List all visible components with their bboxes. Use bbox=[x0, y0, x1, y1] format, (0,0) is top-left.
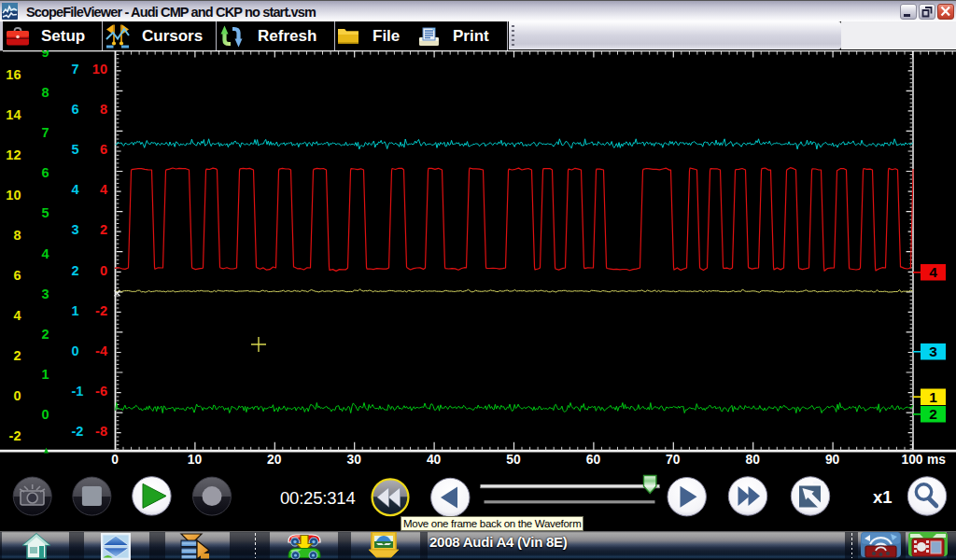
svg-text:5: 5 bbox=[72, 142, 79, 157]
svg-text:3: 3 bbox=[42, 287, 49, 301]
svg-text:0: 0 bbox=[13, 388, 21, 403]
svg-text:4: 4 bbox=[100, 182, 107, 197]
svg-text:4: 4 bbox=[72, 182, 79, 197]
svg-text:0: 0 bbox=[42, 407, 49, 422]
svg-text:-6: -6 bbox=[95, 384, 107, 399]
svg-text:-2: -2 bbox=[9, 428, 21, 443]
svg-text:2: 2 bbox=[929, 406, 937, 422]
svg-text:7: 7 bbox=[42, 125, 49, 140]
svg-text:2: 2 bbox=[72, 263, 79, 278]
svg-text:0: 0 bbox=[100, 263, 107, 278]
svg-text:6: 6 bbox=[42, 165, 49, 180]
svg-text:10: 10 bbox=[6, 188, 21, 203]
svg-text:14: 14 bbox=[6, 107, 21, 122]
svg-text:7: 7 bbox=[72, 62, 79, 77]
svg-text:5: 5 bbox=[42, 205, 49, 220]
svg-text:3: 3 bbox=[929, 343, 937, 359]
svg-text:-2: -2 bbox=[72, 424, 84, 439]
svg-text:4: 4 bbox=[929, 264, 937, 280]
svg-text:0: 0 bbox=[72, 343, 79, 358]
svg-text:-4: -4 bbox=[95, 343, 107, 358]
svg-text:2: 2 bbox=[100, 222, 107, 237]
svg-text:16: 16 bbox=[6, 67, 21, 82]
svg-text:6: 6 bbox=[100, 142, 107, 157]
svg-text:4: 4 bbox=[13, 308, 21, 323]
svg-text:1: 1 bbox=[72, 303, 79, 318]
svg-text:12: 12 bbox=[6, 147, 21, 162]
svg-text:-8: -8 bbox=[95, 424, 107, 439]
svg-text:4: 4 bbox=[42, 246, 49, 261]
svg-text:8: 8 bbox=[13, 228, 21, 243]
svg-text:6: 6 bbox=[72, 102, 79, 117]
svg-text:2: 2 bbox=[42, 327, 49, 342]
svg-text:2: 2 bbox=[13, 348, 21, 363]
svg-text:10: 10 bbox=[92, 62, 107, 77]
svg-text:6: 6 bbox=[13, 268, 21, 283]
svg-text:8: 8 bbox=[100, 102, 107, 117]
svg-text:-1: -1 bbox=[72, 384, 84, 399]
svg-text:3: 3 bbox=[72, 222, 79, 237]
svg-text:-2: -2 bbox=[95, 303, 107, 318]
svg-text:1: 1 bbox=[929, 389, 937, 405]
svg-text:8: 8 bbox=[42, 85, 49, 100]
svg-text:1: 1 bbox=[42, 367, 49, 382]
